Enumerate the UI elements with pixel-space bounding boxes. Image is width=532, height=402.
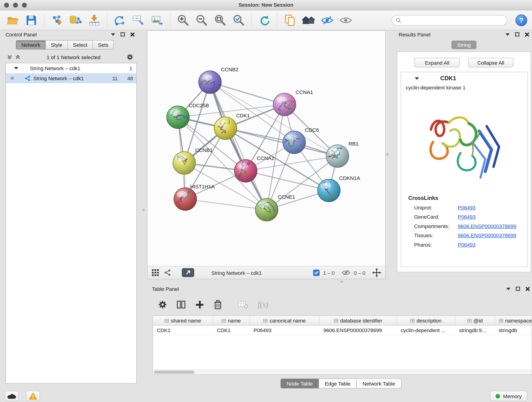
import-network-from-database-button[interactable]	[68, 12, 84, 28]
crosslink-link[interactable]: P06493	[458, 214, 476, 220]
zoom-fit-button[interactable]	[212, 12, 228, 28]
import-network-from-file-button[interactable]	[49, 12, 65, 28]
column-header-description[interactable]: description	[397, 316, 456, 325]
help-button[interactable]: ?	[515, 14, 527, 26]
save-session-button[interactable]	[23, 12, 39, 28]
node-RB1[interactable]	[326, 144, 349, 167]
zoom-out-button[interactable]	[194, 12, 209, 28]
table-cell[interactable]: cyclin-dependent ...	[397, 326, 456, 335]
edge-HIST1H1A-CCNE1[interactable]	[185, 199, 267, 210]
selected-nodes-checkbox[interactable]	[313, 269, 320, 276]
cp-tab-network[interactable]: Network	[16, 40, 46, 50]
column-header-database-identifier[interactable]: database identifier	[320, 316, 397, 325]
zoom-selected-button[interactable]	[231, 12, 247, 28]
node-CCNB1[interactable]	[173, 151, 196, 174]
table-panel-close-button[interactable]	[526, 287, 530, 291]
apply-layout-button[interactable]	[256, 12, 272, 28]
tp-tab-node-table[interactable]: Node Table	[281, 379, 319, 389]
table-cell[interactable]: stringdb	[495, 326, 532, 335]
collapse-all-button[interactable]: Collapse All	[468, 58, 513, 67]
expand-all-button[interactable]: Expand All	[414, 58, 460, 67]
show-columns-icon[interactable]	[177, 300, 186, 309]
edge-CDK1-RB1[interactable]	[225, 128, 337, 156]
node-CDC25B[interactable]	[167, 106, 190, 128]
annotations-button[interactable]	[282, 12, 298, 28]
hidden-elements-eye-icon[interactable]	[341, 269, 350, 276]
table-horizontal-scrollbar[interactable]	[153, 370, 532, 375]
column-header--id[interactable]: @id	[456, 316, 495, 325]
network-options-gear-icon[interactable]	[127, 54, 133, 61]
node-CCNE1[interactable]	[255, 198, 278, 221]
show-all-button[interactable]	[338, 12, 354, 28]
node-CCNA1[interactable]	[273, 93, 296, 116]
edge-CCNB2-CCNE1[interactable]	[210, 82, 267, 210]
tp-tab-network-table[interactable]: Network Table	[357, 379, 401, 389]
control-panel-close-button[interactable]	[130, 32, 135, 37]
table-settings-gear-icon[interactable]	[158, 300, 167, 309]
results-panel-maximize-button[interactable]	[515, 32, 519, 36]
crosslink-link[interactable]: 9606.ENSP00000378699	[458, 232, 516, 238]
control-panel-maximize-button[interactable]	[121, 32, 125, 36]
cp-tab-style[interactable]: Style	[46, 40, 68, 50]
right-splitter-handle[interactable]	[386, 153, 389, 156]
table-cell[interactable]: P06493	[250, 326, 320, 335]
string-results-tab[interactable]: String	[451, 41, 476, 49]
node-label-HIST1H1A: HIST1H1A	[190, 184, 215, 190]
collapse-all-tree-icon[interactable]	[7, 54, 12, 60]
network-canvas[interactable]: CCNB2CCNA1CDC25BCDK1CDC6RB1CCNB1CCNA2CDK…	[147, 31, 385, 266]
table-cell[interactable]: 9606.ENSP00000378699	[320, 326, 397, 335]
results-panel-close-button[interactable]	[525, 32, 530, 37]
crosslink-link[interactable]: P06493	[458, 205, 476, 211]
search-input[interactable]	[404, 17, 504, 23]
new-network-from-selection-button[interactable]	[131, 12, 146, 28]
protein-collapse-caret[interactable]	[415, 77, 419, 80]
delete-column-trash-icon[interactable]	[214, 300, 222, 309]
crosslink-link[interactable]: P06493	[458, 242, 476, 248]
left-splitter-handle[interactable]	[142, 209, 145, 211]
grid-view-icon[interactable]	[152, 269, 159, 276]
network-view-share-icon[interactable]	[164, 269, 172, 276]
cloud-status-button[interactable]	[5, 391, 19, 401]
open-session-button[interactable]	[5, 12, 21, 28]
birdseye-home-button[interactable]	[301, 12, 317, 28]
node-CDKN1A[interactable]	[317, 179, 340, 202]
detach-view-button[interactable]	[182, 268, 194, 277]
table-cell[interactable]: stringdb:9...	[456, 326, 495, 335]
table-panel-maximize-button[interactable]	[516, 287, 520, 291]
network-collection-row[interactable]: String Network – cdk1 1	[6, 63, 137, 73]
memory-button[interactable]: Memory	[490, 391, 527, 401]
cp-tab-sets[interactable]: Sets	[93, 40, 114, 50]
scrollbar-thumb[interactable]	[154, 370, 195, 374]
new-network-button[interactable]	[112, 12, 128, 28]
warning-status-button[interactable]	[26, 391, 40, 401]
crosslink-link[interactable]: 9606.ENSP00000378699	[458, 223, 516, 229]
horizontal-splitter-handle[interactable]	[341, 281, 343, 283]
table-cell[interactable]: CDK1	[153, 326, 213, 335]
table-panel-float-button[interactable]	[506, 288, 510, 290]
import-table-from-file-button[interactable]	[86, 12, 102, 28]
edge-CCNB2-CCNA1[interactable]	[210, 82, 285, 105]
pan-crosshair-icon[interactable]	[372, 268, 381, 277]
table-cell[interactable]: CDK1	[213, 326, 250, 335]
results-panel-float-button[interactable]	[506, 33, 510, 36]
table-row[interactable]: CDK1CDK1P064939606.ENSP00000378699cyclin…	[153, 326, 532, 335]
column-header-name[interactable]: name	[213, 316, 250, 325]
node-CDK1[interactable]	[214, 117, 237, 140]
control-panel-float-button[interactable]	[111, 33, 115, 36]
cp-tab-select[interactable]: Select	[68, 40, 93, 50]
column-header-shared-name[interactable]: shared name	[153, 316, 213, 325]
node-HIST1H1A[interactable]	[172, 188, 196, 211]
expand-all-tree-icon[interactable]	[15, 54, 21, 60]
export-image-button[interactable]	[149, 12, 165, 28]
column-header-canonical-name[interactable]: canonical name	[250, 316, 320, 325]
node-CCNA2[interactable]	[234, 160, 257, 182]
hide-selected-button[interactable]	[319, 12, 335, 28]
tree-expand-caret[interactable]	[14, 67, 18, 70]
column-header-namespace[interactable]: namespace	[495, 316, 532, 325]
network-row[interactable]: String Network – cdk1 11 48	[6, 73, 137, 83]
zoom-in-button[interactable]	[175, 12, 191, 28]
add-column-icon[interactable]	[195, 300, 204, 309]
tp-tab-edge-table[interactable]: Edge Table	[319, 379, 357, 389]
node-CDC6[interactable]	[283, 131, 305, 154]
node-CCNB2[interactable]	[195, 71, 221, 94]
